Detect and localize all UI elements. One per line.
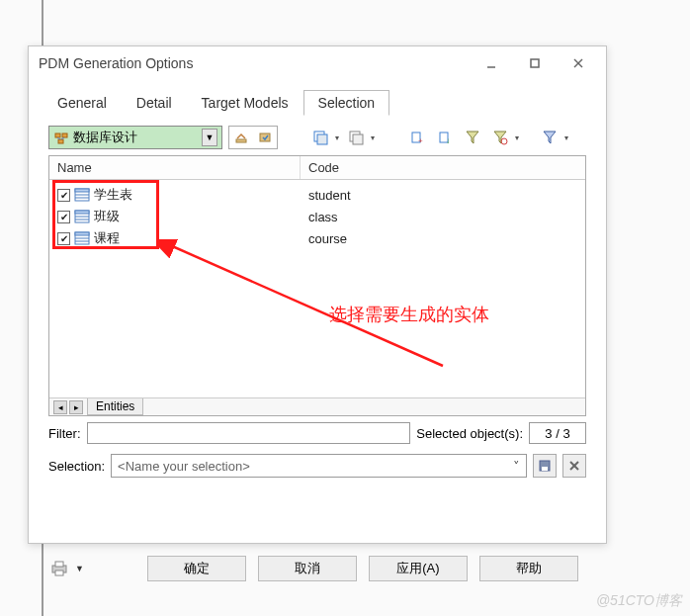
model-dropdown[interactable]: 数据库设计 ▼ <box>48 126 222 149</box>
svg-rect-12 <box>317 134 327 144</box>
entity-code: course <box>301 231 585 246</box>
svg-rect-39 <box>55 571 63 575</box>
nav-buttons <box>228 126 278 149</box>
watermark: @51CTO博客 <box>596 592 682 610</box>
bottom-bar: ▼ 确定 取消 应用(A) 帮助 <box>47 556 601 581</box>
deselect-all-button[interactable] <box>345 130 367 145</box>
svg-rect-1 <box>531 59 539 67</box>
svg-rect-4 <box>55 133 60 137</box>
maximize-button[interactable] <box>513 48 557 78</box>
title-bar: PDM Generation Options <box>29 46 606 80</box>
filter-row: Filter: Selected object(s): <box>48 422 586 444</box>
ok-button[interactable]: 确定 <box>147 556 246 581</box>
svg-point-19 <box>501 138 507 144</box>
selected-count <box>529 422 586 444</box>
selection-label: Selection: <box>48 459 105 474</box>
window-title: PDM Generation Options <box>39 55 470 71</box>
svg-text:+: + <box>418 136 423 145</box>
delete-selection-button[interactable] <box>562 454 586 478</box>
cancel-button[interactable]: 取消 <box>258 556 357 581</box>
select-all-button[interactable] <box>309 130 331 145</box>
column-code[interactable]: Code <box>301 156 585 179</box>
help-button[interactable]: 帮助 <box>479 556 578 581</box>
annotation-text: 选择需要生成的实体 <box>329 303 489 326</box>
list-body: ✔ 学生表 student ✔ 班级 class ✔ <box>49 180 585 397</box>
customize-filter-button[interactable] <box>539 130 561 145</box>
tab-target-models[interactable]: Target Models <box>187 90 303 116</box>
print-icon[interactable] <box>47 559 71 578</box>
footer-tab-entities[interactable]: Entities <box>87 398 143 415</box>
nav-parent-button[interactable] <box>229 127 253 148</box>
model-dropdown-label: 数据库设计 <box>73 129 137 146</box>
tool-add-button[interactable]: + <box>406 130 428 145</box>
svg-rect-33 <box>542 467 548 471</box>
toolbar: 数据库设计 ▼ ▾ ▾ + ↓ ▾ ▾ <box>48 126 586 149</box>
filter-input[interactable] <box>87 422 411 444</box>
annotation-highlight <box>52 180 159 249</box>
filter-label: Filter: <box>48 426 81 441</box>
entity-list: Name Code ✔ 学生表 student ✔ <box>48 155 586 416</box>
model-icon <box>53 130 69 145</box>
filter-button[interactable] <box>462 130 483 145</box>
tab-detail[interactable]: Detail <box>122 90 187 116</box>
list-header: Name Code <box>49 156 585 180</box>
scroll-left-button[interactable]: ◂ <box>53 400 67 414</box>
svg-rect-6 <box>58 139 63 143</box>
entity-code: student <box>301 188 585 203</box>
svg-rect-14 <box>353 134 363 144</box>
column-name[interactable]: Name <box>49 156 301 179</box>
tab-general[interactable]: General <box>43 90 122 116</box>
svg-text:↓: ↓ <box>446 136 450 145</box>
scroll-right-button[interactable]: ▸ <box>69 400 83 414</box>
nav-include-button[interactable] <box>253 127 277 148</box>
chevron-down-icon: ▼ <box>75 564 84 573</box>
filter-settings-button[interactable] <box>489 130 511 145</box>
selection-row: Selection: <Name your selection> <box>48 454 586 478</box>
selection-combo[interactable]: <Name your selection> <box>111 454 527 478</box>
entity-code: class <box>301 210 585 224</box>
tool-remove-button[interactable]: ↓ <box>434 130 456 145</box>
selection-panel: 数据库设计 ▼ ▾ ▾ + ↓ ▾ ▾ Name Code <box>43 116 592 484</box>
save-selection-button[interactable] <box>533 454 557 478</box>
tab-selection[interactable]: Selection <box>303 90 390 116</box>
close-button[interactable] <box>557 48 600 78</box>
tab-strip: General Detail Target Models Selection <box>43 90 592 116</box>
apply-button[interactable]: 应用(A) <box>369 556 468 581</box>
svg-rect-5 <box>62 133 67 137</box>
list-footer: ◂ ▸ Entities <box>49 397 585 415</box>
chevron-down-icon: ▼ <box>202 129 217 146</box>
dialog-window: PDM Generation Options General Detail Ta… <box>28 45 607 544</box>
svg-rect-38 <box>55 562 63 567</box>
selected-objects-label: Selected object(s): <box>416 426 523 441</box>
svg-rect-9 <box>236 139 246 142</box>
minimize-button[interactable] <box>470 48 513 78</box>
